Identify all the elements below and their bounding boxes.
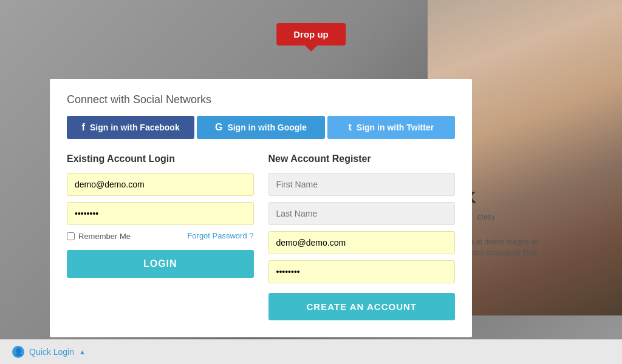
login-password-input[interactable] (67, 202, 254, 225)
twitter-icon: t (349, 122, 352, 133)
register-email-input[interactable] (268, 231, 456, 254)
new-account-label: New Account Register (268, 153, 456, 164)
facebook-label: Sign in with Facebook (90, 123, 180, 132)
login-email-input[interactable] (67, 173, 254, 196)
twitter-button[interactable]: t Sign in with Twitter (327, 116, 455, 139)
tooltip-box: Drop up (276, 23, 346, 46)
social-buttons-row: f Sign in with Facebook G Sign in with G… (67, 116, 455, 139)
form-columns: Existing Account Login Remember Me Forgo… (67, 153, 455, 320)
first-name-input[interactable] (268, 173, 456, 196)
create-account-button[interactable]: CREATE AN ACCOUNT (268, 293, 456, 320)
tooltip-container: Drop up (276, 23, 346, 46)
login-modal: Connect with Social Networks f Sign in w… (50, 79, 472, 337)
caret-up-icon: ▲ (79, 348, 86, 356)
bg-lorem: ut labore et dolore magna ali a commodo … (446, 237, 622, 258)
twitter-label: Sign in with Twitter (357, 123, 434, 132)
login-button[interactable]: LOGIN (67, 250, 254, 278)
last-name-input[interactable] (268, 202, 456, 225)
existing-account-col: Existing Account Login Remember Me Forgo… (67, 153, 254, 320)
google-button[interactable]: G Sign in with Google (197, 116, 324, 139)
forgot-password-link[interactable]: Forgot Password ? (187, 231, 253, 241)
connect-heading: Connect with Social Networks (67, 93, 455, 106)
register-password-input[interactable] (268, 260, 456, 283)
quick-login-icon: 👤 (12, 346, 24, 358)
remember-me-label: Remember Me (67, 232, 131, 241)
quick-login-bar: 👤 Quick Login ▲ (0, 339, 622, 364)
google-icon: G (215, 122, 222, 133)
bg-word: ctetu (477, 212, 494, 221)
remember-me-checkbox[interactable] (67, 232, 75, 240)
existing-account-label: Existing Account Login (67, 153, 254, 164)
remember-row: Remember Me Forgot Password ? (67, 231, 254, 241)
quick-login-button[interactable]: 👤 Quick Login ▲ (12, 346, 86, 358)
facebook-icon: f (82, 122, 85, 133)
google-label: Sign in with Google (227, 123, 307, 132)
facebook-button[interactable]: f Sign in with Facebook (67, 116, 194, 139)
new-account-col: New Account Register CREATE AN ACCOUNT (268, 153, 456, 320)
quick-login-label: Quick Login (29, 347, 74, 357)
